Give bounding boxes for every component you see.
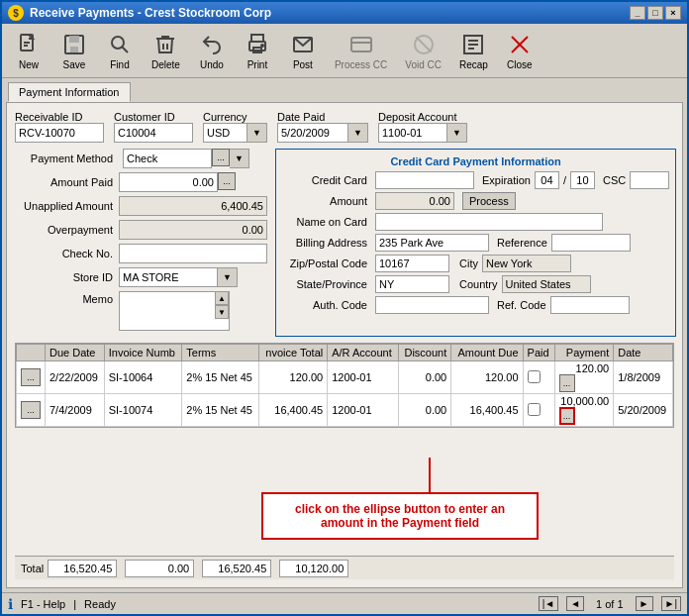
cc-amount-row: Amount Process (282, 192, 669, 210)
tab-bar: Payment Information (2, 78, 687, 102)
prev-page-button[interactable]: ◄ (566, 596, 584, 611)
memo-scroll-down[interactable]: ▼ (215, 305, 229, 319)
post-button[interactable]: Post (282, 28, 324, 73)
void-cc-button[interactable]: Void CC (398, 28, 448, 73)
memo-input[interactable] (119, 291, 230, 331)
currency-input[interactable] (203, 123, 247, 143)
cc-zip-row: Zip/Postal Code City (282, 255, 669, 272)
cc-ref-input[interactable] (550, 296, 630, 314)
save-button[interactable]: Save (53, 28, 95, 73)
process-cc-button[interactable]: Process CC (328, 28, 394, 73)
cc-amount-input (375, 192, 454, 210)
recap-button[interactable]: Recap (452, 28, 495, 73)
help-icon: ℹ (8, 596, 13, 612)
content-area: Receivable ID RCV-10070 Customer ID C100… (6, 102, 683, 588)
cc-card-row: Credit Card Expiration / CSC (282, 171, 669, 189)
payment-method-label: Payment Method (15, 153, 119, 164)
next-page-button[interactable]: ► (636, 596, 653, 611)
row2-invoice-num: SI-10074 (104, 394, 182, 427)
currency-field: Currency ▼ (203, 111, 267, 143)
post-label: Post (293, 59, 313, 70)
row2-nav-button[interactable]: ... (21, 401, 41, 419)
undo-label: Undo (200, 59, 224, 70)
col-header-due-date: Due Date (46, 345, 105, 361)
check-no-input[interactable] (119, 244, 267, 263)
find-icon (106, 31, 134, 58)
row2-terms: 2% 15 Net 45 (182, 394, 259, 427)
cc-auth-label: Auth. Code (282, 299, 371, 311)
maximize-button[interactable]: □ (647, 6, 663, 20)
cc-billing-row: Billing Address Reference (282, 234, 669, 252)
row1-nav-button[interactable]: ... (21, 368, 41, 386)
title-buttons: _ □ × (630, 6, 681, 20)
date-paid-dropdown-button[interactable]: ▼ (348, 123, 368, 143)
close-button[interactable]: Close (499, 28, 541, 73)
exp-slash: / (563, 174, 566, 186)
col-header-invoice-num: Invoice Numb (104, 345, 182, 361)
cc-billing-input[interactable] (375, 234, 489, 252)
payment-method-dropdown-button[interactable]: ▼ (230, 149, 249, 168)
table-section: Due Date Invoice Numb Terms nvoice Total… (15, 343, 674, 550)
row1-paid-checkbox[interactable] (528, 370, 541, 383)
process-button[interactable]: Process (462, 192, 516, 210)
recap-icon (459, 31, 487, 58)
delete-label: Delete (151, 59, 180, 70)
overpayment-label: Overpayment (15, 224, 119, 236)
customer-id-input[interactable]: C10004 (114, 123, 193, 143)
reference-input[interactable] (551, 234, 631, 252)
date-paid-input[interactable] (277, 123, 348, 143)
first-page-button[interactable]: |◄ (539, 596, 559, 611)
amount-paid-ellipse-button[interactable]: ... (218, 172, 236, 190)
delete-button[interactable]: Delete (145, 28, 187, 73)
exp-year-input[interactable] (570, 171, 595, 189)
cc-auth-input[interactable] (375, 296, 489, 314)
payment-method-ellipse-button[interactable]: ... (212, 149, 230, 166)
undo-button[interactable]: Undo (191, 28, 233, 73)
print-button[interactable]: Print (237, 28, 278, 73)
cc-state-input[interactable] (375, 275, 449, 293)
annotation-box: click on the ellipse button to enter an … (261, 492, 539, 540)
svg-point-6 (112, 37, 124, 49)
find-button[interactable]: Find (99, 28, 141, 73)
cc-card-input[interactable] (375, 171, 474, 189)
payment-method-input[interactable] (123, 149, 212, 168)
receivable-id-input[interactable]: RCV-10070 (15, 123, 104, 143)
row2-payment-value: 10,000.00 (560, 395, 609, 407)
memo-label: Memo (15, 291, 119, 305)
row2-payment-ellipse-button[interactable]: ... (559, 407, 575, 425)
memo-scroll-up[interactable]: ▲ (215, 291, 229, 305)
tab-payment-information[interactable]: Payment Information (8, 82, 131, 102)
left-section: Payment Method ... ▼ Amount Paid ... (15, 149, 267, 337)
cc-title: Credit Card Payment Information (282, 155, 669, 167)
close-icon (506, 31, 534, 58)
new-button[interactable]: New (8, 28, 49, 73)
store-id-input[interactable] (119, 267, 218, 287)
cc-name-label: Name on Card (282, 216, 371, 228)
invoice-table: Due Date Invoice Numb Terms nvoice Total… (16, 344, 673, 427)
row2-amount-due: 16,400.45 (451, 394, 523, 427)
col-header-date: Date (614, 345, 673, 361)
csc-input[interactable] (630, 171, 669, 189)
minimize-button[interactable]: _ (630, 6, 645, 20)
row2-paid-checkbox[interactable] (528, 403, 541, 416)
row1-btn-cell: ... (17, 361, 46, 394)
table-row: ... 2/22/2009 SI-10064 2% 15 Net 45 120.… (17, 361, 673, 394)
exp-month-input[interactable] (535, 171, 559, 189)
row1-terms: 2% 15 Net 45 (182, 361, 259, 394)
close-window-button[interactable]: × (665, 6, 681, 20)
amount-paid-input[interactable] (119, 172, 218, 192)
cc-name-input[interactable] (375, 213, 603, 231)
expiration-label: Expiration (482, 174, 531, 186)
svg-line-16 (416, 38, 431, 52)
receivable-id-label: Receivable ID (15, 111, 104, 123)
store-id-dropdown-button[interactable]: ▼ (218, 267, 238, 287)
last-page-button[interactable]: ►| (661, 596, 682, 611)
currency-dropdown-button[interactable]: ▼ (247, 123, 267, 143)
cc-zip-input[interactable] (375, 255, 449, 272)
new-icon (15, 31, 43, 58)
deposit-account-input[interactable] (378, 123, 447, 143)
help-label: F1 - Help (21, 598, 65, 610)
deposit-account-dropdown-button[interactable]: ▼ (447, 123, 467, 143)
deposit-account-field: Deposit Account ▼ (378, 111, 467, 143)
row1-payment-ellipse-button[interactable]: ... (559, 374, 575, 392)
